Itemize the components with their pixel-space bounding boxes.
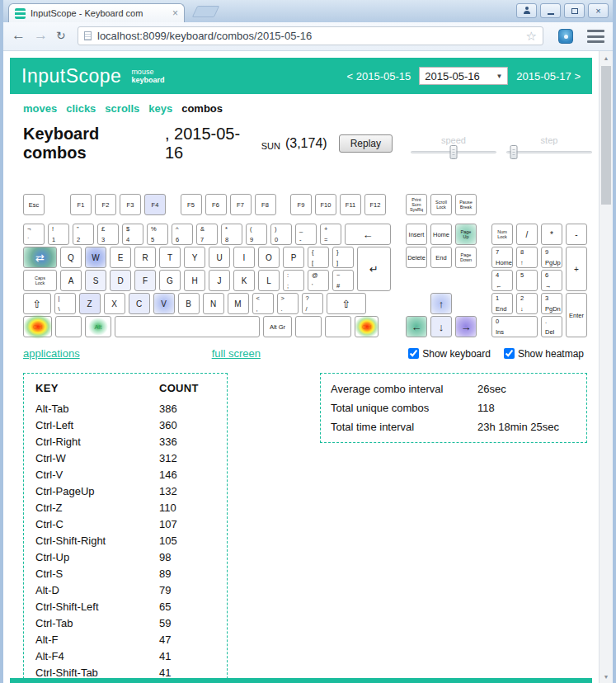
combo-key: Ctrl-Shift-Left	[35, 598, 159, 615]
key-: *	[541, 224, 562, 245]
key-end: 1End	[491, 293, 513, 314]
key-b: B	[178, 293, 200, 314]
date-select-value: 2015-05-16	[425, 70, 480, 82]
close-button[interactable]: ×	[588, 3, 609, 18]
keyboard-numpad: NumLock/*-7Home8↑9PgUp+4←56→1End2↓3PgDnE…	[491, 224, 587, 339]
date-select[interactable]: 2015-05-16 ▼	[419, 67, 508, 85]
maximize-button[interactable]	[564, 3, 585, 18]
prev-date-link[interactable]: < 2015-05-15	[347, 70, 411, 82]
browser-tab[interactable]: InputScope - Keyboard com ×	[8, 3, 185, 22]
key-spacer	[169, 194, 181, 195]
scrollbar-thumb[interactable]	[601, 66, 611, 205]
key-f4: F4	[144, 194, 166, 215]
combo-key: Alt-D	[35, 582, 159, 598]
extension-icon[interactable]	[558, 29, 573, 44]
step-slider-thumb[interactable]	[510, 145, 518, 159]
table-row: Alt-D79	[35, 582, 199, 598]
key-z: Z	[79, 293, 101, 314]
refresh-button[interactable]: ↻	[56, 29, 66, 42]
key-esc: Esc	[23, 194, 45, 215]
key-home: 7Home	[491, 247, 513, 268]
combo-count: 146	[159, 466, 199, 483]
nav-moves[interactable]: moves	[23, 102, 57, 115]
toggle-show-heatmap-checkbox[interactable]	[504, 348, 515, 359]
tab-close-icon[interactable]: ×	[172, 8, 178, 18]
keyboard-main-block: EscF1F2F3F4F5F6F7F8F9F10F11F12¬`!1"2£3$4…	[23, 194, 394, 339]
table-row: Ctrl-Tab59	[35, 615, 199, 631]
forward-button[interactable]: →	[34, 27, 48, 44]
key-y: Y	[184, 247, 205, 268]
key-shift-right: ⇧	[327, 293, 367, 314]
keyboard-row: DeleteEndPageDown	[406, 247, 480, 268]
combo-key: Alt-F4	[35, 648, 159, 664]
scroll-up-icon[interactable]: ▲	[600, 51, 613, 64]
key-: 8↑	[516, 247, 538, 268]
key-l: L	[258, 270, 280, 291]
key-enter: ↵	[357, 247, 391, 291]
fullscreen-link[interactable]: full screen	[212, 347, 261, 360]
browser-window: InputScope - Keyboard com × × ← → ↻ loca…	[0, 0, 616, 683]
key-i: I	[233, 247, 255, 268]
table-row: Ctrl-W312	[35, 450, 199, 466]
applications-link[interactable]: applications	[23, 347, 80, 360]
link-mouse[interactable]: mouse	[131, 68, 164, 76]
speed-slider[interactable]	[411, 151, 496, 153]
window-controls: ×	[516, 3, 609, 18]
keyboard-row: ⇄QWERTYUIOP{[}]↵	[23, 247, 394, 268]
key-caps-lock: CapsLock	[23, 270, 57, 291]
key-: 4←	[491, 270, 513, 291]
key-: ~#	[332, 270, 354, 291]
toggle-show-heatmap[interactable]: Show heatmap	[504, 348, 584, 360]
minimize-button[interactable]	[540, 3, 561, 18]
table-row: Alt-F47	[35, 631, 199, 648]
nav-keys[interactable]: keys	[148, 102, 172, 115]
key-win-left	[55, 316, 82, 337]
combo-count: 312	[159, 450, 199, 466]
nav-combos[interactable]: combos	[181, 102, 223, 115]
brand: InputScope	[21, 65, 121, 87]
table-row: Ctrl-Shift-Left65	[35, 598, 199, 615]
key-f11: F11	[340, 194, 361, 215]
link-keyboard[interactable]: keyboard	[131, 76, 164, 84]
maximize-icon	[571, 8, 578, 14]
new-tab-button[interactable]	[192, 6, 220, 17]
nav-scrolls[interactable]: scrolls	[105, 102, 139, 115]
key-spacer	[280, 194, 291, 195]
table-row: Alt-Tab386	[35, 400, 199, 417]
key-0: )0	[270, 224, 292, 245]
address-bar[interactable]: localhost:8099/keyboard/combos/2015-05-1…	[78, 26, 543, 45]
replay-button[interactable]: Replay	[339, 134, 393, 153]
stat-value: 26sec	[477, 383, 506, 395]
key-delete: Delete	[406, 247, 427, 268]
next-date-link[interactable]: 2015-05-17 >	[516, 70, 581, 82]
key-j: J	[209, 270, 230, 291]
key-: >.	[277, 293, 299, 314]
menu-button[interactable]	[587, 30, 604, 43]
table-row: Ctrl-Right336	[35, 433, 199, 450]
key-q: Q	[60, 247, 82, 268]
stat-value: 23h 18min 25sec	[477, 421, 559, 433]
title-row: Keyboard combos , 2015-05-16 SUN (3,174)…	[23, 125, 592, 163]
scroll-down-icon[interactable]: ▼	[600, 670, 613, 683]
key-print-scrn-sysrq: PrintScrnSysRq	[406, 194, 427, 215]
toggle-show-keyboard[interactable]: Show keyboard	[408, 348, 491, 360]
speed-slider-thumb[interactable]	[450, 145, 458, 159]
key-end: End	[430, 247, 452, 268]
key-: 6→	[541, 270, 562, 291]
toggle-show-keyboard-checkbox[interactable]	[408, 348, 419, 359]
key-4: $4	[122, 224, 143, 245]
back-button[interactable]: ←	[12, 27, 26, 44]
key-: ?/	[302, 293, 323, 314]
key-: 2↓	[516, 293, 538, 314]
page-scrollbar[interactable]: ▲ ▼	[599, 51, 613, 683]
nav-clicks[interactable]: clicks	[66, 102, 96, 115]
combo-key: Ctrl-S	[35, 565, 159, 582]
combo-count: 336	[159, 433, 199, 450]
bookmark-star-icon[interactable]: ☆	[526, 29, 537, 44]
profile-button[interactable]	[516, 3, 537, 18]
step-slider[interactable]	[506, 151, 592, 153]
browser-titlebar: InputScope - Keyboard com × ×	[3, 0, 613, 22]
chevron-down-icon: ▼	[496, 73, 502, 80]
combo-count: 107	[159, 516, 199, 532]
combo-count: 132	[159, 483, 199, 499]
